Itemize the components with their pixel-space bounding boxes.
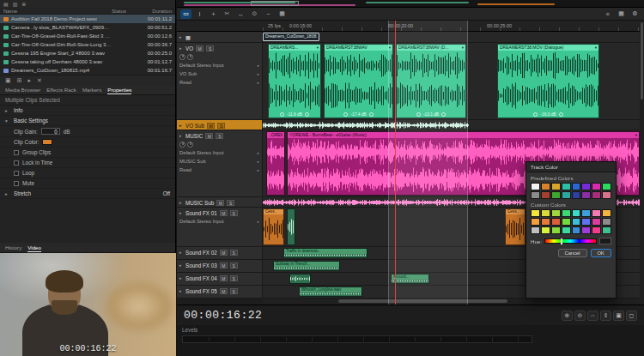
file-row[interactable]: Cessna 195 Engine Start_2 48000 3.wav 00… xyxy=(0,49,175,57)
music-sub-track-header[interactable]: ▸ MUSIC Sub M S xyxy=(177,197,263,208)
volume-knob[interactable] xyxy=(179,142,185,148)
sound-fx-03-track-header[interactable]: ▸ Sound FX 03 M S xyxy=(177,260,263,273)
move-tool-icon[interactable]: ▭ xyxy=(180,9,191,19)
clip-gain-input[interactable]: 0 xyxy=(41,128,60,135)
disclosure-icon[interactable]: ▸ xyxy=(179,200,184,205)
tab-media-browser[interactable]: Media Browser xyxy=(5,86,40,94)
disclosure-icon[interactable]: ▸ xyxy=(179,288,184,293)
mute-button[interactable]: M xyxy=(220,288,228,294)
timeline-ruler[interactable]: 25 fps 0:00:15:00 00:00:20:00 00:00:25:0… xyxy=(177,21,640,32)
cancel-button[interactable]: Cancel xyxy=(558,249,587,257)
input-selector[interactable]: Default Stereo Input xyxy=(179,219,256,224)
color-swatch[interactable] xyxy=(562,218,571,226)
color-swatch[interactable] xyxy=(562,183,571,190)
color-swatch[interactable] xyxy=(562,209,571,217)
output-selector[interactable]: MUSIC Sub xyxy=(179,159,256,164)
audio-clip[interactable]: Cess.. xyxy=(505,208,526,245)
clip-color-swatch[interactable] xyxy=(42,139,52,145)
color-swatch[interactable] xyxy=(602,191,611,199)
zoom-navigator[interactable] xyxy=(177,0,644,8)
file-row[interactable]: Cessna taking off Denham 48000 3.wav 00:… xyxy=(0,57,175,66)
column-name[interactable]: Name xyxy=(3,9,112,14)
automation-mode-selector[interactable]: Read xyxy=(179,80,256,85)
color-swatch[interactable] xyxy=(531,191,540,199)
solo-button[interactable]: S xyxy=(216,133,223,139)
section-info[interactable]: ▸ Info xyxy=(0,106,175,116)
import-icon[interactable]: ⊞ xyxy=(17,77,22,84)
zoom-horizontal-icon[interactable]: ⇔ xyxy=(587,311,598,321)
tab-video[interactable]: Video xyxy=(27,244,41,252)
solo-button[interactable]: S xyxy=(230,288,238,294)
settings-gear-icon[interactable]: ⚙ xyxy=(629,9,641,19)
color-swatch[interactable] xyxy=(551,191,561,199)
color-swatch[interactable] xyxy=(531,183,540,190)
color-swatch[interactable] xyxy=(602,218,611,226)
disclosure-icon[interactable]: ▸ xyxy=(179,250,184,255)
color-swatch[interactable] xyxy=(572,226,581,234)
clip-gain-knob[interactable] xyxy=(416,112,421,117)
loop-checkbox[interactable] xyxy=(14,171,19,176)
clip-gain-knob[interactable] xyxy=(280,112,284,117)
color-swatch[interactable] xyxy=(572,183,581,190)
disclosure-icon[interactable]: ▸ xyxy=(179,275,184,281)
color-swatch[interactable] xyxy=(581,183,591,190)
video-track-header[interactable]: ▸ ▦ xyxy=(177,32,263,43)
sound-fx-05-track-header[interactable]: ▸ Sound FX 05 M S xyxy=(177,286,263,299)
file-row[interactable]: Audition Fall 2018 Demo Project.sesx 00:… xyxy=(0,15,175,23)
audio-clip[interactable]: DREAMERS...▾ -11.6 dB xyxy=(268,44,321,118)
zoom-in-icon[interactable]: ⊕ xyxy=(562,311,573,321)
workspace-icon[interactable]: ▦ xyxy=(616,9,627,19)
group-clips-checkbox[interactable] xyxy=(14,150,19,155)
clip-gain-knob[interactable] xyxy=(533,112,538,117)
add-tool-icon[interactable]: + xyxy=(208,9,219,19)
disclosure-icon[interactable]: ▸ xyxy=(179,45,184,51)
tab-effects-rack[interactable]: Effects Rack xyxy=(46,86,76,94)
audio-clip[interactable]: Whoosh_Longline.wav xyxy=(299,287,362,297)
vo-sub-track-lane[interactable] xyxy=(263,120,640,130)
color-swatch[interactable] xyxy=(531,226,540,234)
clip-pan-knob[interactable] xyxy=(559,112,563,117)
chevron-down-icon[interactable]: ▾ xyxy=(317,45,319,51)
color-swatch[interactable] xyxy=(531,218,540,226)
color-swatch[interactable] xyxy=(602,226,611,234)
import-file-icon[interactable]: ▤ xyxy=(3,1,9,7)
color-swatch[interactable] xyxy=(592,218,601,226)
chevron-down-icon[interactable]: ▾ xyxy=(462,45,464,51)
sound-fx-02-track-header[interactable]: ▸ Sound FX 02 M S xyxy=(177,247,263,260)
audio-clip[interactable]: Cess.. xyxy=(263,208,284,245)
menu-icon[interactable]: ≡ xyxy=(602,9,613,19)
vo-track-lane[interactable]: DREAMERS...▾ -11.6 dB DREAMERST38WAV▾ -1… xyxy=(263,43,640,120)
sound-fx-04-track-header[interactable]: ▸ Sound FX 04 M S xyxy=(177,273,263,286)
color-swatch[interactable] xyxy=(572,191,581,199)
video-clip[interactable]: Dreamers_CutDown_180815.mp4 xyxy=(263,33,319,41)
file-row[interactable]: Car-Tire-Off-Gravel-Dirt-Roll-Slow-Long … xyxy=(0,40,175,49)
color-swatch[interactable] xyxy=(592,209,601,217)
spot-heal-tool-icon[interactable]: ⊙ xyxy=(249,9,260,19)
color-swatch[interactable] xyxy=(581,191,591,199)
disclosure-icon[interactable]: ▸ xyxy=(179,123,184,128)
chevron-down-icon[interactable]: ▾ xyxy=(389,45,391,51)
tab-markers[interactable]: Markers xyxy=(82,86,101,94)
color-swatch[interactable] xyxy=(562,226,571,234)
column-duration[interactable]: Duration xyxy=(139,9,172,14)
automation-mode-selector[interactable]: Read xyxy=(179,167,256,172)
color-swatch[interactable] xyxy=(551,226,561,234)
tab-history[interactable]: History xyxy=(5,244,21,251)
color-swatch[interactable] xyxy=(602,183,611,190)
lock-in-time-checkbox[interactable] xyxy=(14,160,19,166)
color-swatch[interactable] xyxy=(581,209,591,217)
file-row[interactable]: Camera ..ly slow_BLASTWAVEFX_09092 48000… xyxy=(0,23,175,32)
audio-clip[interactable] xyxy=(287,208,295,245)
mute-button[interactable]: M xyxy=(205,133,213,139)
dialog-title[interactable]: Track Color xyxy=(526,162,616,172)
audio-clip[interactable]: Subway in Trench... xyxy=(273,261,340,271)
delete-icon[interactable]: ✕ xyxy=(37,77,42,84)
clip-pan-knob[interactable] xyxy=(441,112,446,117)
clip-gain-knob[interactable] xyxy=(343,112,348,117)
color-swatch[interactable] xyxy=(551,218,561,226)
color-swatch[interactable] xyxy=(541,209,550,217)
zoom-selection-icon[interactable]: ▣ xyxy=(613,311,624,321)
color-swatch[interactable] xyxy=(581,226,591,234)
section-basic-settings[interactable]: ▾ Basic Settings xyxy=(0,116,175,126)
color-swatch[interactable] xyxy=(531,209,540,217)
